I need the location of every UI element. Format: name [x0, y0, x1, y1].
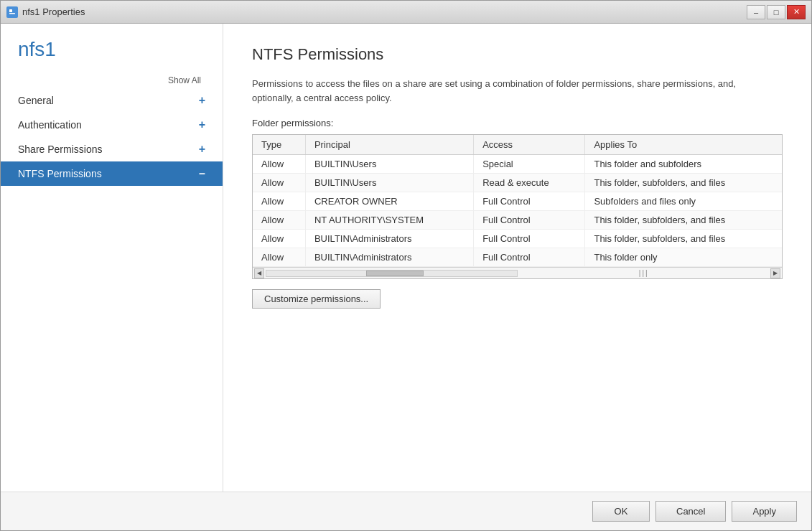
scroll-thumb [366, 271, 424, 276]
col-header-type: Type [253, 135, 305, 155]
cell-type-4: Allow [253, 230, 305, 248]
close-button[interactable]: ✕ [787, 5, 806, 19]
cell-applies_to-4: This folder, subfolders, and files [585, 230, 782, 248]
sidebar-item-ntfs-label: NTFS Permissions [18, 168, 102, 179]
scroll-left-arrow[interactable]: ◀ [254, 268, 264, 278]
svg-rect-2 [9, 13, 15, 14]
cell-applies_to-0: This folder and subfolders [585, 155, 782, 174]
col-header-applies-to: Applies To [585, 135, 782, 155]
col-header-principal: Principal [305, 135, 473, 155]
scroll-right-arrow[interactable]: ▶ [770, 268, 780, 278]
show-all-row: Show All [1, 75, 223, 85]
window-title: nfs1 Properties [22, 6, 85, 17]
sidebar-item-general-icon: + [199, 94, 205, 107]
permissions-table: Type Principal Access Applies To AllowBU… [253, 135, 782, 267]
table-row: AllowBUILTIN\AdministratorsFull ControlT… [253, 248, 782, 267]
cancel-button[interactable]: Cancel [655, 501, 726, 522]
customize-permissions-button[interactable]: Customize permissions... [252, 289, 381, 309]
main-content: nfs1 Show All General + Authentication +… [1, 24, 811, 492]
title-bar: nfs1 Properties – □ ✕ [1, 1, 811, 24]
title-bar-left: nfs1 Properties [6, 6, 85, 18]
sidebar-item-general[interactable]: General + [1, 88, 223, 113]
cell-applies_to-3: This folder, subfolders, and files [585, 211, 782, 230]
cell-type-1: Allow [253, 174, 305, 192]
cell-type-5: Allow [253, 248, 305, 267]
sidebar-item-authentication-label: Authentication [18, 119, 82, 131]
app-icon [6, 6, 18, 18]
cell-principal-3: NT AUTHORITY\SYSTEM [305, 211, 473, 230]
cell-type-2: Allow [253, 192, 305, 211]
minimize-button[interactable]: – [747, 5, 765, 19]
apply-button[interactable]: Apply [732, 501, 797, 522]
ok-button[interactable]: OK [592, 501, 650, 522]
table-row: AllowBUILTIN\AdministratorsFull ControlT… [253, 230, 782, 248]
sidebar-item-share-icon: + [199, 143, 205, 156]
cell-principal-0: BUILTIN\Users [305, 155, 473, 174]
show-all-label: Show All [168, 75, 201, 85]
scroll-dots: ||| [519, 269, 770, 277]
cell-access-5: Full Control [474, 248, 585, 267]
maximize-button[interactable]: □ [767, 5, 785, 19]
table-row: AllowBUILTIN\UsersRead & executeThis fol… [253, 174, 782, 192]
table-row: AllowCREATOR OWNERFull ControlSubfolders… [253, 192, 782, 211]
sidebar-item-share-permissions[interactable]: Share Permissions + [1, 137, 223, 161]
table-header-row: Type Principal Access Applies To [253, 135, 782, 155]
cell-type-0: Allow [253, 155, 305, 174]
sidebar-item-authentication-icon: + [199, 118, 205, 131]
horizontal-scrollbar[interactable]: ◀ ||| ▶ [253, 267, 782, 278]
cell-access-2: Full Control [474, 192, 585, 211]
table-row: AllowNT AUTHORITY\SYSTEMFull ControlThis… [253, 211, 782, 230]
sidebar-item-authentication[interactable]: Authentication + [1, 113, 223, 137]
cell-applies_to-2: Subfolders and files only [585, 192, 782, 211]
cell-applies_to-5: This folder only [585, 248, 782, 267]
scroll-track[interactable] [266, 270, 518, 277]
cell-principal-5: BUILTIN\Administrators [305, 248, 473, 267]
sidebar-item-ntfs-permissions[interactable]: NTFS Permissions – [1, 161, 223, 186]
cell-principal-2: CREATOR OWNER [305, 192, 473, 211]
cell-principal-1: BUILTIN\Users [305, 174, 473, 192]
sidebar-item-share-label: Share Permissions [18, 144, 103, 155]
sidebar-item-ntfs-icon: – [199, 167, 205, 180]
main-window: nfs1 Properties – □ ✕ nfs1 Show All Gene… [0, 0, 812, 531]
cell-principal-4: BUILTIN\Administrators [305, 230, 473, 248]
cell-access-3: Full Control [474, 211, 585, 230]
folder-permissions-label: Folder permissions: [252, 118, 783, 128]
window-controls: – □ ✕ [747, 5, 806, 19]
cell-access-1: Read & execute [474, 174, 585, 192]
content-panel: NTFS Permissions Permissions to access t… [223, 24, 811, 492]
sidebar: nfs1 Show All General + Authentication +… [1, 24, 223, 492]
table-row: AllowBUILTIN\UsersSpecialThis folder and… [253, 155, 782, 174]
svg-rect-0 [8, 8, 17, 17]
cell-type-3: Allow [253, 211, 305, 230]
section-description: Permissions to access the files on a sha… [252, 77, 740, 105]
cell-access-4: Full Control [474, 230, 585, 248]
sidebar-title: nfs1 [1, 38, 223, 75]
footer: OK Cancel Apply [1, 492, 811, 530]
section-title: NTFS Permissions [252, 45, 783, 64]
sidebar-item-general-label: General [18, 95, 54, 106]
permissions-table-container: Type Principal Access Applies To AllowBU… [252, 134, 783, 279]
svg-rect-1 [9, 9, 12, 12]
col-header-access: Access [474, 135, 585, 155]
cell-applies_to-1: This folder, subfolders, and files [585, 174, 782, 192]
cell-access-0: Special [474, 155, 585, 174]
